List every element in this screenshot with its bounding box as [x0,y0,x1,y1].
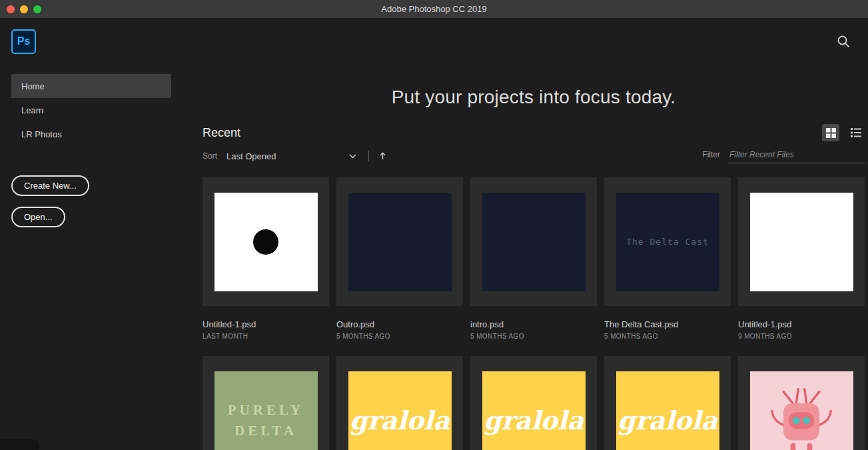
sort-value: Last Opened [226,151,276,161]
file-date: LAST MONTH [203,333,329,340]
sort-dropdown[interactable]: Last Opened [226,151,356,161]
recent-file-card[interactable]: Untitled-1.psd 9 MONTHS AGO [738,177,865,340]
recent-file-card[interactable]: intro.psd 5 MONTHS AGO [470,177,597,340]
file-thumbnail [482,193,586,291]
minimize-button[interactable] [20,5,28,13]
file-thumbnail: gralola [482,371,586,450]
sort-filter-row: Sort Last Opened Filter [203,148,865,164]
sidebar-item-lr-photos[interactable]: LR Photos [11,122,171,146]
close-button[interactable] [7,5,15,13]
sidebar-item-home[interactable]: Home [11,74,171,98]
file-card-background: PURELYDELTA [203,356,329,450]
recent-grid: Untitled-1.psd LAST MONTH [203,177,865,450]
file-date: 5 MONTHS AGO [336,333,463,340]
chevron-down-icon [349,154,356,159]
search-button[interactable] [836,34,851,49]
sidebar-buttons: Create New... Open... [11,175,187,227]
recent-header-row: Recent [203,124,865,141]
recent-file-card[interactable] [738,356,865,450]
open-button[interactable]: Open... [11,207,65,227]
file-thumbnail [348,193,452,291]
recent-file-card[interactable]: gralola [470,356,597,450]
hero-title: Put your projects into focus today. [203,87,865,108]
titlebar: Adobe Photoshop CC 2019 [0,0,868,18]
thumbnail-text: PURELYDELTA [228,400,304,441]
file-thumbnail [750,371,853,450]
filter-label: Filter [702,150,720,159]
file-card-background: gralola [470,356,597,450]
main-panel: Put your projects into focus today. Rece… [187,65,868,450]
file-thumbnail: PURELYDELTA [215,371,318,450]
thumbnail-text: The Delta Cast [626,237,709,247]
traffic-lights [7,5,41,13]
thumbnail-text: gralola [350,405,450,435]
app-header: Ps [0,18,868,65]
arrow-up-icon [380,152,386,160]
file-card-background [738,177,865,306]
sidebar-item-learn[interactable]: Learn [11,98,171,122]
file-thumbnail: The Delta Cast [616,193,719,291]
search-icon [836,34,851,49]
recent-file-card[interactable]: The Delta Cast [604,177,731,340]
sidebar: Home Learn LR Photos Create New... Open.… [0,65,187,450]
file-date: 9 MONTHS AGO [738,333,865,340]
thumbnail-text: gralola [484,405,584,435]
file-name: Outro.psd [336,319,463,329]
divider [368,151,369,161]
recent-file-card[interactable]: Outro.psd 5 MONTHS AGO [336,177,463,340]
file-card-background: The Delta Cast [604,177,731,306]
file-card-background: gralola [604,356,731,450]
filter-input[interactable] [728,149,865,163]
file-thumbnail [750,193,853,291]
file-card-background [470,177,597,306]
create-new-button[interactable]: Create New... [11,175,89,196]
file-thumbnail: gralola [348,371,452,450]
file-card-background [203,177,329,306]
recent-section-title: Recent [203,126,240,140]
grid-view-button[interactable] [822,124,839,141]
file-name: Untitled-1.psd [203,319,329,329]
recent-file-card[interactable]: PURELYDELTA [203,356,329,450]
thumbnail-text: gralola [618,405,717,435]
file-card-background: gralola [336,356,463,450]
list-view-icon [851,128,861,137]
sidebar-item-label: Home [21,81,45,91]
file-name: The Delta Cast.psd [604,319,731,329]
recent-file-card[interactable]: gralola [604,356,731,450]
file-card-background [738,356,865,450]
recent-file-card[interactable]: Untitled-1.psd LAST MONTH [203,177,329,340]
filter-group: Filter [702,149,865,163]
zoom-button[interactable] [33,5,41,13]
photoshop-logo: Ps [11,29,36,54]
list-view-button[interactable] [847,124,865,141]
sort-direction-button[interactable] [380,152,386,160]
file-card-background [336,177,463,306]
sidebar-item-label: Learn [21,105,43,115]
file-name: Untitled-1.psd [738,319,865,329]
file-thumbnail [215,193,318,291]
window-title: Adobe Photoshop CC 2019 [0,4,868,14]
file-name: intro.psd [470,319,597,329]
file-date: 5 MONTHS AGO [470,333,597,340]
sort-label: Sort [203,151,217,161]
thumbnail-circle [253,229,278,255]
file-date: 5 MONTHS AGO [604,333,731,340]
file-thumbnail: gralola [616,371,719,450]
bottom-left-overlay [0,439,39,450]
robot-illustration [769,385,833,450]
recent-file-card[interactable]: gralola [336,356,463,450]
grid-view-icon [826,128,836,138]
content-area: Home Learn LR Photos Create New... Open.… [0,65,868,450]
view-toggle [822,124,865,141]
sidebar-item-label: LR Photos [21,129,62,139]
